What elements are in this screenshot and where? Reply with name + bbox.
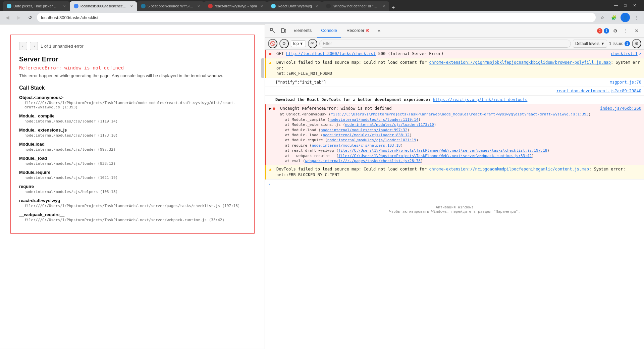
console-line-7-content: DevTools failed to load source map: Coul… (276, 166, 641, 178)
stack-item-4: Module._load node:internal/modules/cjs/l… (19, 156, 246, 166)
detail-line-4: at Module._load (node:internal/modules/c… (280, 133, 591, 138)
tab-list: Date picker, Time picker React c... ✕ lo… (3, 0, 609, 11)
issue-count-badge: 1 (625, 41, 630, 46)
maximize-button[interactable]: □ (621, 1, 629, 9)
settings-button[interactable]: ⚙ (610, 26, 620, 36)
top-frame-selector[interactable]: top ▼ (291, 40, 306, 47)
tab-1-close[interactable]: ✕ (63, 4, 66, 8)
console-line-1-content: GET http://localhost:3000/tasks/checklis… (276, 51, 608, 57)
stack-item-4-name: Module._load (19, 156, 246, 161)
console-settings-btn2[interactable]: ⚙ (632, 39, 641, 48)
error-description: This error happened while generating the… (19, 73, 246, 78)
console-toolbar: 🚫 ⚙ top ▼ 👁 Filter Default levels ▼ 1 Is… (265, 38, 644, 50)
detail-link-0[interactable]: file://C:\Users\1\PhpstormProjects\TaskP… (331, 112, 588, 116)
devtools-toolbar: Elements Console Recorder » 2 1 ⚙ ⋮ ✕ (265, 24, 644, 38)
error-prev-button[interactable]: ← (19, 42, 27, 50)
console-line-1-source[interactable]: checklist:1 (611, 51, 637, 57)
address-bar[interactable]: localhost:3000/tasks/checklist (37, 13, 596, 22)
stack-item-5-name: Module.require (19, 170, 246, 175)
console-settings-button[interactable]: ⚙ (279, 39, 289, 48)
tab-4[interactable]: react-draft-wysiwyg - npm ✕ (204, 1, 267, 11)
scrollbar-y[interactable] (261, 58, 264, 78)
console-line-3-content: {"notify":"init_tab"} (275, 80, 607, 85)
detail-link-9[interactable]: webpack-internal:///./pages/tasks/checkl… (305, 159, 421, 163)
devtools-panel: Elements Console Recorder » 2 1 ⚙ ⋮ ✕ 🚫 (265, 24, 644, 349)
windows-activation-area: Активация Windows Чтобы активировать Win… (265, 202, 644, 216)
tab-5-close[interactable]: ✕ (315, 4, 318, 8)
top-frame-chevron: ▼ (300, 41, 304, 46)
reload-button[interactable]: ↺ (25, 13, 35, 22)
minimize-button[interactable]: — (612, 1, 620, 9)
reactdom-source-link[interactable]: react-dom.development.js?ac89:29840 (556, 89, 641, 93)
tab-4-favicon (208, 4, 213, 8)
bookmark-button[interactable]: ☆ (598, 13, 607, 22)
devtools-close-button[interactable]: ✕ (632, 26, 641, 36)
device-toolbar-button[interactable] (279, 26, 288, 36)
eye-icon-button[interactable]: 👁 (308, 39, 317, 48)
tab-6[interactable]: "window not defined" or "docum... ✕ (322, 1, 389, 11)
error-next-button[interactable]: → (30, 42, 38, 50)
tab-6-close[interactable]: ✕ (382, 4, 385, 8)
tab-5[interactable]: React Draft Wysiwyg ✕ (267, 1, 322, 11)
console-clear-button[interactable]: 🚫 (268, 39, 277, 48)
forward-button[interactable]: ▶ (14, 13, 23, 22)
tab-3[interactable]: 5 best open-source WYSIWYG e... ✕ (137, 1, 204, 11)
back-button[interactable]: ◀ (3, 13, 12, 22)
tab-2[interactable]: localhost:3000/tasks/checklist ✕ (70, 1, 137, 11)
tab-recorder[interactable]: Recorder (342, 24, 374, 38)
console-line-6-source[interactable]: index.js?46cb:260 (600, 106, 641, 111)
levels-label: Default levels (575, 41, 599, 46)
default-levels-select[interactable]: Default levels ▼ (573, 40, 607, 48)
prompt-icon: › (268, 182, 271, 187)
menu-button[interactable]: ⋮ (632, 13, 641, 22)
tab-3-close[interactable]: ✕ (197, 4, 200, 8)
extensions-button[interactable]: 🧩 (609, 13, 619, 22)
tab-6-title: "window not defined" or "docum... (333, 4, 379, 8)
detail-link-1[interactable]: node:internal/modules/cjs/loader:1119:14 (329, 117, 418, 122)
stack-item-3-path: node:internal/modules/cjs/loader (997:32… (19, 147, 246, 152)
warning-icon-2: ▲ (269, 166, 274, 172)
svg-point-4 (367, 30, 368, 31)
new-tab-button[interactable]: + (389, 5, 397, 11)
expand-arrow[interactable]: ▶ (269, 106, 271, 111)
detail-link-8[interactable]: file://C:\Users\1\PhpstormProjects\TaskP… (338, 154, 532, 158)
warning-2-link[interactable]: chrome-extension://ncibgoaomkmdpilpocfep… (429, 167, 589, 171)
console-line-3-source[interactable]: msgport.js:70 (610, 80, 641, 85)
inspect-element-button[interactable] (268, 26, 277, 36)
detail-link-6[interactable]: node:internal/modules/cjs/helpers:103:18 (312, 143, 400, 148)
stack-item-5: Module.require node:internal/modules/cjs… (19, 170, 246, 180)
tab-3-title: 5 best open-source WYSIWYG e... (148, 4, 194, 8)
react-devtools-link[interactable]: https://reactjs.org/link/react-devtools (433, 97, 528, 102)
detail-link-4[interactable]: node:internal/modules/cjs/loader:838:12 (323, 133, 410, 137)
detail-link-7[interactable]: file://C:\Users\1\PhpstormProjects\TaskP… (338, 148, 547, 153)
console-input[interactable] (273, 182, 641, 187)
stack-item-0-name: Object.<anonymous> (19, 95, 246, 100)
warning-1-link[interactable]: chrome-extension://gighmmpjobklfepjocnam… (429, 60, 611, 65)
filter-input[interactable]: Filter (319, 40, 571, 48)
tab-4-close[interactable]: ✕ (260, 4, 263, 8)
error-badge: 2 (597, 28, 602, 34)
close-window-button[interactable]: ✕ (631, 1, 639, 9)
tab-2-close[interactable]: ✕ (130, 4, 133, 8)
tab-1[interactable]: Date picker, Time picker React c... ✕ (3, 1, 70, 11)
detail-line-7: at react-draft-wysiwyg (file://C:\Users\… (280, 148, 591, 153)
console-line-2-content: DevTools failed to load source map: Coul… (276, 60, 641, 77)
external-link-icon-1[interactable]: ↗ (639, 51, 641, 57)
error-box: ← → 1 of 1 unhandled error Server Error … (10, 35, 255, 234)
tab-console[interactable]: Console (317, 24, 341, 38)
error-count-text: 1 of 1 unhandled error (41, 44, 84, 49)
devtools-menu-button[interactable]: ⋮ (621, 26, 631, 36)
detail-link-3[interactable]: node:internal/modules/cjs/loader:997:32 (321, 128, 407, 132)
error-icon-1: ● (269, 51, 274, 57)
detail-link-2[interactable]: node:internal/modules/cjs/loader:1173:10 (345, 122, 434, 127)
warning-icon-1: ▲ (269, 60, 274, 65)
detail-link-5[interactable]: node:internal/modules/cjs/loader:1021:19 (327, 138, 416, 142)
console-line-get-error: ● GET http://localhost:3000/tasks/checkl… (265, 50, 644, 58)
issue-badge-container: 1 Issue: 1 (609, 41, 630, 46)
tab-elements[interactable]: Elements (289, 24, 316, 38)
stack-item-0: Object.<anonymous> file:///C:/Users/1/Ph… (19, 95, 246, 109)
console-prompt-line[interactable]: › (265, 180, 644, 189)
profile-button[interactable]: 👤 (621, 13, 630, 22)
get-error-link[interactable]: http://localhost:3000/tasks/checklist (286, 51, 376, 56)
more-tabs-button[interactable]: » (375, 28, 383, 34)
